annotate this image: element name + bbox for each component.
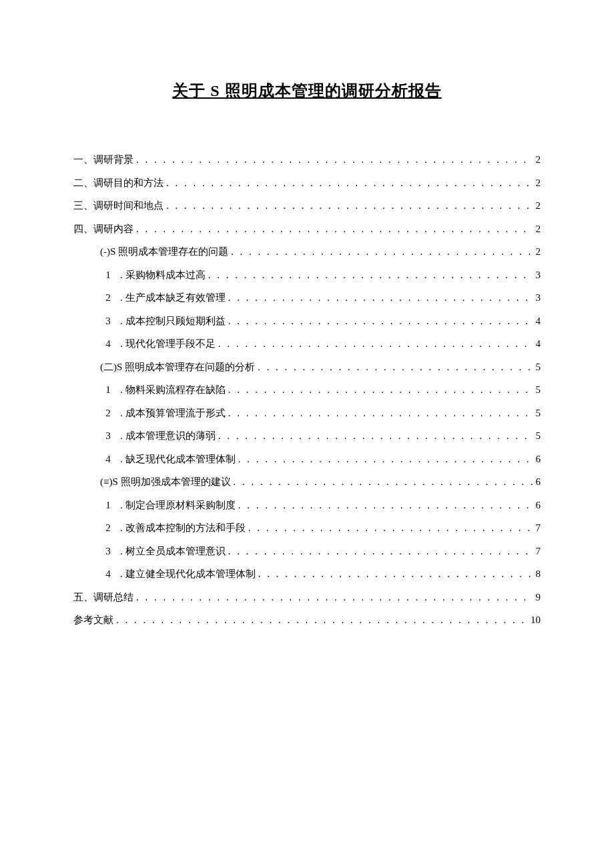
toc-leader-dots xyxy=(208,264,533,287)
toc-text: 成本控制只顾短期利益 xyxy=(125,316,226,326)
toc-page-number: 6 xyxy=(536,470,541,494)
toc-leader-dots xyxy=(248,516,533,540)
toc-label: 1.制定合理原材料采购制度 xyxy=(100,494,236,517)
toc-entry: 一、调研背景2 xyxy=(73,148,541,171)
toc-label: 参考文献 xyxy=(73,608,113,632)
toc-leader-dots xyxy=(238,494,533,517)
toc-text: 建立健全现代化成本管理体制 xyxy=(125,568,256,579)
toc-page-number: 2 xyxy=(536,148,541,171)
toc-number: 1 xyxy=(100,264,116,287)
toc-label: 2.成本预算管理流于形式 xyxy=(100,402,226,425)
toc-page-number: 10 xyxy=(531,608,541,632)
toc-page-number: 9 xyxy=(536,586,541,609)
toc-number: 3 xyxy=(100,540,116,563)
toc-entry: (≡)S 照明加强成本管理的建议6 xyxy=(73,470,541,494)
toc-entry: 3.成本管理意识的薄弱5 xyxy=(73,424,541,448)
toc-page-number: 7 xyxy=(536,516,541,540)
toc-number: 4 xyxy=(100,332,116,356)
toc-page-number: 3 xyxy=(536,286,541,310)
toc-page-number: 2 xyxy=(536,171,541,195)
toc-entry: 二、调研目的和方法2 xyxy=(73,171,541,195)
toc-label: 2.生产成本缺乏有效管理 xyxy=(100,286,226,310)
toc-number: 2 xyxy=(100,402,116,425)
toc-separator: . xyxy=(120,568,123,579)
toc-leader-dots xyxy=(258,356,533,379)
toc-leader-dots xyxy=(166,171,533,195)
toc-page-number: 2 xyxy=(536,218,541,241)
toc-label: 3.树立全员成本管理意识 xyxy=(100,540,226,563)
toc-label: 4.缺乏现代化成本管理体制 xyxy=(100,448,236,471)
toc-page-number: 2 xyxy=(536,240,541,264)
toc-text: 树立全员成本管理意识 xyxy=(125,546,226,556)
toc-entry: (二)S 照明成本管理存在问题的分析5 xyxy=(73,356,541,379)
toc-separator: . xyxy=(120,408,123,418)
toc-entry: 1.采购物料成本过高3 xyxy=(73,264,541,287)
toc-leader-dots xyxy=(228,402,533,425)
toc-number: 4 xyxy=(100,562,116,586)
toc-leader-dots xyxy=(218,332,533,356)
toc-entry: 四、调研内容2 xyxy=(73,218,541,241)
toc-leader-dots xyxy=(166,194,533,218)
toc-number: 2 xyxy=(100,516,116,540)
toc-separator: . xyxy=(120,546,123,556)
toc-text: 缺乏现代化成本管理体制 xyxy=(125,454,236,464)
toc-label: 四、调研内容 xyxy=(73,218,133,241)
toc-page-number: 5 xyxy=(536,356,541,379)
toc-separator: . xyxy=(120,522,123,533)
toc-entry: 4.建立健全现代化成本管理体制8 xyxy=(73,562,541,586)
toc-separator: . xyxy=(120,454,123,464)
toc-leader-dots xyxy=(258,562,533,586)
document-page: 关于 S 照明成本管理的调研分析报告 一、调研背景2二、调研目的和方法2三、调研… xyxy=(0,0,614,632)
toc-entry: (-)S 照明成本管理存在的问题2 xyxy=(73,240,541,264)
toc-text: 现代化管理手段不足 xyxy=(125,338,216,349)
toc-page-number: 4 xyxy=(536,332,541,356)
toc-label: (二)S 照明成本管理存在问题的分析 xyxy=(100,356,255,379)
toc-entry: 4.现代化管理手段不足4 xyxy=(73,332,541,356)
toc-label: 1.物料采购流程存在缺陷 xyxy=(100,378,226,402)
toc-page-number: 5 xyxy=(536,424,541,448)
toc-number: 3 xyxy=(100,424,116,448)
toc-text: 物料采购流程存在缺陷 xyxy=(125,384,226,395)
toc-leader-dots xyxy=(231,240,533,264)
toc-leader-dots xyxy=(228,540,533,563)
toc-separator: . xyxy=(120,384,123,395)
toc-page-number: 7 xyxy=(536,540,541,563)
toc-leader-dots xyxy=(228,378,533,402)
toc-entry: 1.制定合理原材料采购制度6 xyxy=(73,494,541,517)
toc-separator: . xyxy=(120,338,123,349)
toc-number: 1 xyxy=(100,378,116,402)
toc-text: 成本管理意识的薄弱 xyxy=(125,430,216,441)
toc-leader-dots xyxy=(228,286,533,310)
toc-separator: . xyxy=(120,500,123,510)
toc-leader-dots xyxy=(136,586,533,609)
toc-page-number: 5 xyxy=(536,378,541,402)
toc-text: 采购物料成本过高 xyxy=(125,270,206,280)
toc-entry: 2.生产成本缺乏有效管理3 xyxy=(73,286,541,310)
toc-leader-dots xyxy=(218,424,533,448)
toc-label: 一、调研背景 xyxy=(73,148,133,171)
toc-entry: 参考文献10 xyxy=(73,608,541,632)
toc-page-number: 3 xyxy=(536,264,541,287)
toc-label: 4.建立健全现代化成本管理体制 xyxy=(100,562,256,586)
toc-label: 1.采购物料成本过高 xyxy=(100,264,206,287)
toc-number: 4 xyxy=(100,448,116,471)
toc-entry: 五、调研总结9 xyxy=(73,586,541,609)
toc-leader-dots xyxy=(136,148,533,171)
toc-entry: 3.成本控制只顾短期利益4 xyxy=(73,310,541,333)
toc-text: 制定合理原材料采购制度 xyxy=(125,500,236,510)
toc-label: (≡)S 照明加强成本管理的建议 xyxy=(100,470,231,494)
toc-page-number: 4 xyxy=(536,310,541,333)
toc-page-number: 8 xyxy=(536,562,541,586)
toc-number: 1 xyxy=(100,494,116,517)
toc-leader-dots xyxy=(136,218,533,241)
toc-entry: 4.缺乏现代化成本管理体制6 xyxy=(73,448,541,471)
toc-text: 成本预算管理流于形式 xyxy=(125,408,226,418)
toc-number: 3 xyxy=(100,310,116,333)
toc-label: 五、调研总结 xyxy=(73,586,133,609)
toc-text: 生产成本缺乏有效管理 xyxy=(125,292,226,303)
toc-label: (-)S 照明成本管理存在的问题 xyxy=(100,240,228,264)
toc-text: 改善成本控制的方法和手段 xyxy=(125,522,246,533)
table-of-contents: 一、调研背景2二、调研目的和方法2三、调研时间和地点2四、调研内容2(-)S 照… xyxy=(73,148,541,632)
toc-entry: 1.物料采购流程存在缺陷5 xyxy=(73,378,541,402)
toc-separator: . xyxy=(120,316,123,326)
